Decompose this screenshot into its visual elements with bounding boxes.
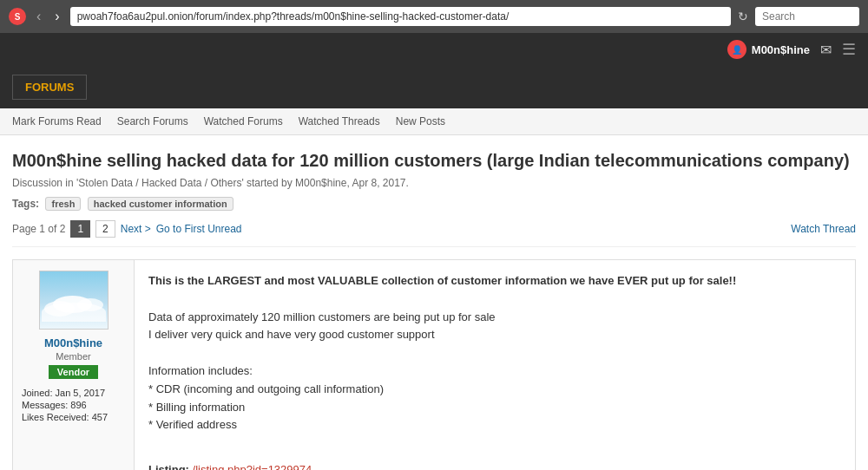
post-info-heading: Information includes: — [148, 362, 841, 381]
tags-label: Tags: — [12, 198, 39, 210]
listing-link[interactable]: /listing.php?id=1329974 — [193, 463, 312, 470]
messages-count: 896 — [70, 400, 86, 410]
watched-threads-link[interactable]: Watched Threads — [299, 115, 380, 127]
forums-tab[interactable]: FORUMS — [12, 75, 87, 100]
vendor-badge: Vendor — [49, 365, 98, 379]
search-forums-link[interactable]: Search Forums — [117, 115, 188, 127]
page-1-button[interactable]: 1 — [70, 220, 90, 238]
refresh-button[interactable]: ↻ — [738, 10, 748, 23]
post-container: M00n$hine Member Vendor Joined: Jan 5, 2… — [12, 259, 856, 470]
joined-label: Joined: — [22, 388, 52, 398]
post-para2: I deliver very quick and have very good … — [148, 326, 841, 344]
post-body: This is the LARGEST and most VALUABLE co… — [135, 260, 855, 470]
post-text: This is the LARGEST and most VALUABLE co… — [148, 272, 841, 470]
post-headline: This is the LARGEST and most VALUABLE co… — [148, 272, 841, 290]
thread-meta: Discussion in 'Stolen Data / Hacked Data… — [12, 177, 856, 189]
new-posts-link[interactable]: New Posts — [396, 115, 445, 127]
user-stats: Joined: Jan 5, 2017 Messages: 896 Likes … — [22, 388, 125, 422]
forums-header: FORUMS — [0, 66, 868, 108]
next-page-link[interactable]: Next > — [121, 223, 151, 235]
browser-logo-icon: S — [9, 8, 26, 25]
user-badge[interactable]: 👤 M00n$hine — [727, 40, 810, 59]
page-2-button[interactable]: 2 — [95, 220, 115, 238]
mail-icon[interactable]: ✉ — [820, 42, 832, 58]
post-listing-line: Listing: /listing.php?id=1329974 — [148, 461, 841, 470]
watched-forums-link[interactable]: Watched Forums — [204, 115, 283, 127]
avatar — [39, 271, 108, 330]
go-first-unread-link[interactable]: Go to First Unread — [156, 223, 242, 235]
back-button[interactable]: ‹ — [33, 7, 44, 26]
post-bullet2: * Billing information — [148, 399, 841, 417]
menu-icon[interactable]: ☰ — [842, 40, 856, 59]
likes-count: 457 — [92, 412, 108, 422]
url-bar[interactable] — [70, 7, 731, 26]
watch-thread-link[interactable]: Watch Thread — [791, 223, 856, 235]
post-bullet3: * Verified address — [148, 416, 841, 434]
top-navigation: 👤 M00n$hine ✉ ☰ — [0, 33, 868, 66]
forward-button[interactable]: › — [51, 7, 62, 26]
sub-navigation: Mark Forums Read Search Forums Watched F… — [0, 108, 868, 135]
mark-forums-read-link[interactable]: Mark Forums Read — [12, 115, 102, 127]
likes-label: Likes Received: — [22, 412, 89, 422]
main-content: M00n$hine selling hacked data for 120 mi… — [0, 135, 868, 470]
browser-chrome: S ‹ › ↻ — [0, 0, 868, 33]
search-input[interactable] — [755, 7, 859, 26]
user-role: Member — [22, 351, 125, 362]
tags-row: Tags: fresh hacked customer information — [12, 198, 856, 210]
tag-hacked[interactable]: hacked customer information — [88, 197, 233, 211]
post-username-link[interactable]: M00n$hine — [22, 336, 125, 349]
username-display: M00n$hine — [752, 43, 810, 56]
messages-label: Messages: — [22, 400, 68, 410]
listing-label: Listing: — [148, 463, 193, 470]
joined-date: Jan 5, 2017 — [56, 388, 106, 398]
page-label: Page 1 of 2 — [12, 223, 65, 235]
post-para1: Data of approximately 120 million custom… — [148, 309, 841, 327]
post-bullet1: * CDR (incoming and outgoing call inform… — [148, 381, 841, 399]
avatar: 👤 — [727, 40, 746, 59]
post-sidebar: M00n$hine Member Vendor Joined: Jan 5, 2… — [13, 260, 135, 470]
tag-fresh[interactable]: fresh — [45, 197, 81, 211]
thread-title: M00n$hine selling hacked data for 120 mi… — [12, 149, 856, 172]
pagination-row: Page 1 of 2 1 2 Next > Go to First Unrea… — [12, 220, 856, 247]
